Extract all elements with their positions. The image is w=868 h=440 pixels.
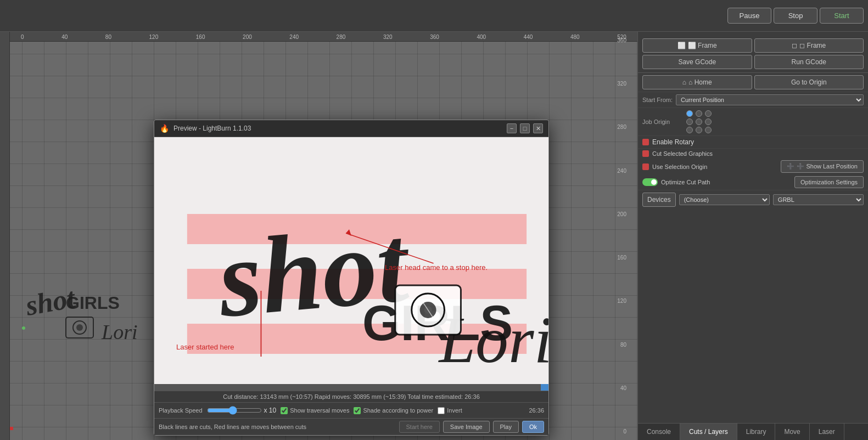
invert-checkbox[interactable] [438, 407, 445, 414]
time-display: 26:36 [529, 407, 544, 414]
play-button[interactable]: Play [493, 421, 519, 433]
start-from-select[interactable]: Current Position User Origin Absolute Co… [676, 94, 864, 105]
right-panel: ⬜ ⬜ Frame ◻ ◻ Frame Save GCode Run GCode… [637, 32, 868, 440]
origin-dot-bl[interactable] [686, 127, 693, 133]
save-gcode-label: Save GCode [678, 58, 716, 66]
home-origin-row: ⌂ ⌂ Home Go to Origin [638, 73, 868, 92]
devices-button[interactable]: Devices [642, 193, 676, 207]
ok-button[interactable]: Ok [522, 421, 544, 433]
cut-selected-row: Cut Selected Graphics [638, 149, 868, 159]
show-last-position-label: ➕ Show Last Position [797, 163, 858, 170]
origin-dot-tl[interactable] [686, 110, 693, 117]
go-to-origin-button[interactable]: Go to Origin [754, 75, 864, 89]
frame1-icon: ⬜ [677, 42, 686, 49]
frame1-label: ⬜ Frame [688, 42, 717, 49]
invert-label: Invert [447, 407, 462, 414]
close-button[interactable]: ✕ [533, 123, 543, 133]
enable-rotary-indicator [642, 139, 649, 145]
playback-slider-container: x 10 [207, 406, 277, 415]
dialog-bottom-bar: Black lines are cuts, Red lines are move… [154, 418, 548, 435]
maximize-button[interactable]: □ [520, 123, 530, 133]
dialog-title-label: Preview - LightBurn 1.1.03 [173, 125, 251, 132]
pause-button[interactable]: Pause [727, 8, 771, 24]
device-choose-select[interactable]: (Choose) [679, 194, 770, 205]
dialog-titlebar: 🔥 Preview - LightBurn 1.1.03 − □ ✕ [154, 120, 548, 137]
save-image-button[interactable]: Save Image [443, 421, 490, 433]
scrollbar-thumb[interactable] [541, 384, 548, 391]
bottom-tabs: Console Cuts / Layers Library Move Laser [638, 423, 868, 440]
tab-laser[interactable]: Laser [810, 424, 844, 440]
home-button[interactable]: ⌂ ⌂ Home [642, 75, 752, 89]
origin-dot-mr[interactable] [705, 119, 712, 125]
preview-scrollbar[interactable] [154, 384, 548, 391]
right-top-buttons: ⬜ ⬜ Frame ◻ ◻ Frame Save GCode Run GCode [638, 35, 868, 73]
preview-dialog: 🔥 Preview - LightBurn 1.1.03 − □ ✕ [154, 120, 549, 436]
go-to-origin-label: Go to Origin [791, 78, 827, 86]
svg-text:GIRLS: GIRLS [66, 293, 120, 313]
tab-move[interactable]: Move [775, 424, 809, 440]
shade-power-group: Shade according to power [354, 407, 433, 414]
optimization-settings-label: Optimization Settings [800, 179, 858, 185]
preview-status-text: Cut distance: 13143 mm (~10:57) Rapid mo… [223, 393, 480, 400]
tab-console[interactable]: Console [638, 424, 680, 440]
optimization-settings-button[interactable]: Optimization Settings [794, 176, 864, 188]
origin-dot-ml[interactable] [686, 119, 693, 125]
shade-power-checkbox[interactable] [354, 407, 361, 414]
frame2-button[interactable]: ◻ ◻ Frame [754, 38, 864, 53]
job-origin-row: Job Origin [638, 108, 868, 136]
hint-text: Black lines are cuts, Red lines are move… [159, 424, 306, 430]
invert-group: Invert [438, 407, 462, 414]
frame2-icon: ◻ [792, 42, 797, 49]
origin-dot-br[interactable] [705, 127, 712, 133]
start-button[interactable]: Start [820, 8, 864, 24]
show-last-position-button[interactable]: ➕ ➕ Show Last Position [781, 160, 864, 173]
svg-text:Lori: Lori [101, 320, 137, 343]
start-from-row: Start From: Current Position User Origin… [638, 92, 868, 108]
canvas-area: 0 40 80 120 160 200 240 280 320 360 400 … [0, 32, 637, 440]
cut-selected-indicator [642, 150, 649, 157]
playback-speed-label: Playback Speed [159, 407, 203, 414]
start-here-button[interactable]: Start here [399, 421, 440, 433]
ruler-left [0, 32, 10, 440]
minimize-button[interactable]: − [507, 123, 517, 133]
tab-move-label: Move [784, 428, 800, 436]
enable-rotary-row: Enable Rotary [638, 136, 868, 149]
playback-speed-slider[interactable] [207, 406, 262, 415]
svg-point-5 [76, 324, 83, 331]
svg-point-7 [22, 326, 25, 330]
devices-label: Devices [647, 196, 671, 204]
use-selection-origin-label: Use Selection Origin [652, 163, 707, 170]
save-gcode-button[interactable]: Save GCode [642, 55, 752, 69]
use-selection-left: Use Selection Origin [642, 163, 707, 170]
optimize-cut-toggle[interactable] [642, 178, 658, 186]
origin-dot-tr[interactable] [705, 110, 712, 117]
dialog-controls-bar: Playback Speed x 10 Show traversal moves… [154, 402, 548, 418]
dialog-action-buttons: Start here Save Image Play Ok [399, 421, 544, 433]
job-origin-label: Job Origin [642, 119, 675, 125]
crosshair-icon: ➕ [787, 163, 794, 170]
main-area: 0 40 80 120 160 200 240 280 320 360 400 … [0, 32, 868, 440]
driver-select[interactable]: GRBL [773, 194, 864, 205]
tab-library-label: Library [746, 428, 766, 436]
preview-content[interactable]: shot GIRLS Lori [154, 137, 548, 384]
enable-rotary-label: Enable Rotary [652, 138, 694, 146]
use-selection-row: Use Selection Origin ➕ ➕ Show Last Posit… [638, 159, 868, 174]
job-origin-grid [686, 110, 713, 133]
frame1-button[interactable]: ⬜ ⬜ Frame [642, 38, 752, 53]
show-traversal-checkbox[interactable] [281, 407, 288, 414]
origin-dot-mc[interactable] [696, 119, 702, 125]
top-toolbar: Pause Stop Start [0, 0, 868, 32]
stop-button[interactable]: Stop [774, 8, 817, 24]
origin-dot-bc[interactable] [696, 127, 702, 133]
dialog-title-text: 🔥 Preview - LightBurn 1.1.03 [160, 124, 251, 133]
origin-marker [10, 427, 13, 430]
playback-speed-value: x 10 [264, 407, 277, 414]
tab-library[interactable]: Library [737, 424, 776, 440]
tab-console-label: Console [647, 428, 671, 436]
tab-cuts-layers[interactable]: Cuts / Layers [680, 424, 737, 440]
start-from-label: Start From: [642, 97, 673, 103]
origin-dot-tc[interactable] [696, 110, 702, 117]
devices-row: Devices (Choose) GRBL [638, 190, 868, 209]
toggle-knob [651, 179, 657, 185]
run-gcode-button[interactable]: Run GCode [754, 55, 864, 69]
